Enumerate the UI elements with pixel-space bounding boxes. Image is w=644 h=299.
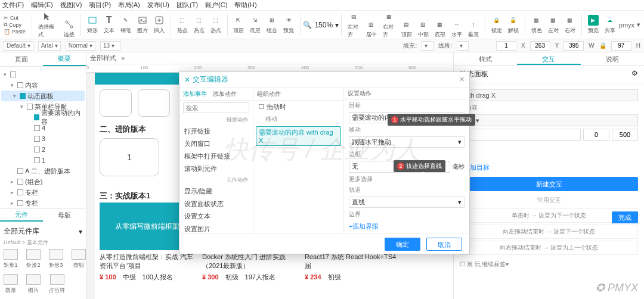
- style-preset[interactable]: Default ▾: [4, 41, 33, 51]
- gear-icon[interactable]: ⚙: [631, 69, 638, 79]
- ok-button[interactable]: 确定: [385, 238, 420, 251]
- track-select[interactable]: 直线▾: [349, 197, 465, 208]
- align-t[interactable]: ▤顶部: [401, 19, 412, 39]
- action-item[interactable]: 显示/隐藏: [179, 185, 253, 198]
- tool-top[interactable]: ⇱顶层: [233, 15, 244, 35]
- tool-group-btn[interactable]: ⊞组合: [267, 15, 277, 35]
- tool-select[interactable]: 选择模式: [38, 11, 58, 39]
- selected-action[interactable]: 需要滚动的内容 with drag X: [256, 126, 341, 146]
- widget-占位符[interactable]: 占位符: [49, 274, 65, 294]
- tree-row[interactable]: 1: [1, 155, 85, 166]
- tab-widgets[interactable]: 元件: [0, 209, 43, 222]
- event-drag[interactable]: ☐ 拖动时: [253, 101, 343, 113]
- card-item[interactable]: [138, 89, 170, 117]
- anim-none[interactable]: —: [460, 129, 581, 141]
- line-color[interactable]: ▾: [457, 41, 469, 51]
- fill-color[interactable]: ▾: [422, 41, 434, 51]
- big-card-1[interactable]: 1: [100, 138, 159, 176]
- add-boundary-link[interactable]: +添加界限: [344, 220, 469, 233]
- anim-start[interactable]: [583, 129, 609, 141]
- tool-slice3[interactable]: ⬚热点: [210, 15, 221, 35]
- align-b[interactable]: ▦底部: [435, 19, 445, 39]
- action-search[interactable]: [183, 102, 249, 113]
- interaction-target[interactable]: with drag X: [460, 89, 638, 101]
- menu-publish[interactable]: 发布(U): [147, 1, 169, 10]
- tab-masters[interactable]: 母版: [43, 209, 86, 222]
- new-interaction-button[interactable]: 新建交互: [460, 177, 638, 191]
- menu-team[interactable]: 团队(T): [177, 1, 198, 10]
- action-item[interactable]: 设置面板状态: [179, 198, 253, 210]
- size-h[interactable]: [611, 41, 631, 51]
- menu-view[interactable]: 视图(V): [60, 1, 82, 10]
- font-size[interactable]: 13 ▾: [100, 41, 120, 51]
- tool-connect[interactable]: 连接: [64, 19, 75, 39]
- widget-按钮[interactable]: 按钮: [72, 249, 86, 269]
- widget-矩形3[interactable]: 矩形3: [49, 249, 63, 269]
- widget-圆形[interactable]: 圆形: [4, 274, 18, 294]
- right-footer-toggles[interactable]: ☐ 展 玩 继续标签▾: [460, 257, 638, 269]
- tree-row[interactable]: 2: [1, 144, 85, 155]
- suggestion-3[interactable]: 向右拖动结束时 → 设置为上一个状态: [460, 241, 638, 255]
- tree-row[interactable]: 需要滚动的内容: [1, 112, 85, 123]
- tab-add-event[interactable]: 添加事件: [183, 90, 207, 98]
- tool-slice1[interactable]: ⬚热点: [177, 15, 188, 35]
- done-button[interactable]: 完成: [612, 211, 638, 223]
- tab-style[interactable]: 样式: [454, 52, 517, 65]
- action-item[interactable]: 框架中打开链接: [179, 150, 253, 163]
- tool-insert[interactable]: 插入: [154, 15, 165, 35]
- action-item[interactable]: 关闭窗口: [179, 138, 253, 150]
- align-r[interactable]: ▦右对齐: [383, 11, 395, 39]
- pos-x[interactable]: [496, 41, 516, 51]
- align-c[interactable]: ▥居中: [366, 19, 377, 39]
- tool-slice2[interactable]: ⬚热点: [194, 15, 205, 35]
- tool-preview-btn[interactable]: 👁预览: [283, 15, 294, 35]
- action-item[interactable]: 打开链接: [179, 125, 253, 138]
- tool-unlock[interactable]: 🔓解锁: [508, 15, 519, 35]
- tab-add-action[interactable]: 添加动作: [213, 90, 237, 98]
- tool-ra[interactable]: ▦右对: [565, 15, 575, 35]
- dist-v[interactable]: ↕垂直: [468, 19, 479, 39]
- tree-row[interactable]: ▾: [1, 69, 85, 80]
- user-menu[interactable]: pmyx ▾: [619, 21, 640, 29]
- zoom-control[interactable]: 🔍 150% ▾: [303, 21, 339, 29]
- tree-row[interactable]: ▸(组合): [1, 176, 85, 187]
- tool-text[interactable]: T文本: [104, 15, 114, 35]
- tab-interaction[interactable]: 交互: [517, 52, 580, 65]
- library-title[interactable]: 全部元件库▾: [4, 224, 82, 239]
- tree-row[interactable]: ▸专栏: [1, 198, 85, 208]
- tree-row[interactable]: ▸专栏: [1, 187, 85, 198]
- menu-help[interactable]: 帮助(H): [234, 1, 256, 10]
- canvas-tab[interactable]: 全部样式: [90, 54, 116, 63]
- menu-project[interactable]: 项目(P): [89, 1, 111, 10]
- add-target-link[interactable]: +添加目标: [460, 161, 638, 175]
- tab-pages[interactable]: 页面: [0, 52, 43, 66]
- pos-y[interactable]: [530, 41, 550, 51]
- paste-button[interactable]: 📋 Paste: [4, 29, 26, 35]
- tool-share[interactable]: ☁共享: [605, 15, 615, 35]
- menu-edit[interactable]: 编辑(E): [31, 1, 53, 10]
- font-style[interactable]: Normal ▾: [66, 41, 95, 51]
- font-family[interactable]: Arial ▾: [38, 41, 61, 51]
- close-icon[interactable]: ✕: [459, 76, 465, 83]
- copy-button[interactable]: ⧉ Copy: [4, 21, 26, 28]
- action-item[interactable]: 设置图片: [179, 223, 253, 233]
- size-w[interactable]: [564, 41, 584, 51]
- suggestion-2[interactable]: 向左拖动结束时 → 设置下一个状态: [460, 225, 638, 239]
- menu-layout[interactable]: 布局(A): [118, 1, 140, 10]
- menu-account[interactable]: 账户(C): [205, 1, 227, 10]
- tool-bottom[interactable]: ⇲底层: [250, 15, 261, 35]
- tool-run[interactable]: ▶预览: [588, 15, 599, 35]
- anim-end[interactable]: [612, 129, 638, 141]
- tab-notes[interactable]: 说明: [581, 52, 644, 65]
- tree-row[interactable]: ▾内容: [1, 80, 85, 91]
- tool-image[interactable]: 图片: [137, 15, 148, 35]
- widget-矩形1[interactable]: 矩形1: [4, 249, 18, 269]
- cancel-button[interactable]: 取消: [426, 238, 462, 251]
- align-l[interactable]: ▤左对齐: [348, 11, 360, 39]
- menu-file[interactable]: 文件(F): [2, 1, 24, 10]
- drag-mode[interactable]: 拖动 ▾: [460, 114, 638, 126]
- tool-rect[interactable]: 矩形: [87, 15, 98, 35]
- tree-row[interactable]: 3: [1, 133, 85, 144]
- widget-矩形2[interactable]: 矩形2: [26, 249, 41, 269]
- card-item[interactable]: [100, 89, 132, 117]
